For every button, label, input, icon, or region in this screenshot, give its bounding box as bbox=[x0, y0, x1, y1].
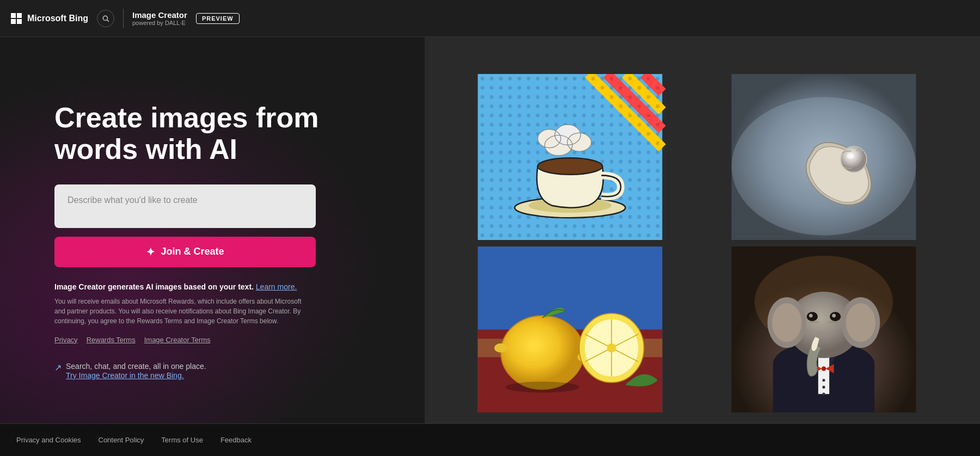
product-sub: powered by DALL·E bbox=[132, 20, 187, 26]
privacy-link[interactable]: Privacy bbox=[54, 336, 78, 344]
svg-point-51 bbox=[772, 303, 801, 342]
rewards-terms-link[interactable]: Rewards Terms bbox=[87, 336, 136, 344]
feedback-link[interactable]: Feedback bbox=[220, 436, 252, 444]
terms-of-use-link[interactable]: Terms of Use bbox=[161, 436, 203, 444]
info-text: Image Creator generates AI images based … bbox=[54, 282, 316, 291]
image-creator-terms-link[interactable]: Image Creator Terms bbox=[144, 336, 211, 344]
svg-point-47 bbox=[822, 386, 825, 389]
main-content: Create images from words with AI ✦ Join … bbox=[0, 37, 980, 423]
svg-point-41 bbox=[505, 381, 579, 392]
new-bing-promo: ↗ Search, chat, and create, all in one p… bbox=[54, 361, 392, 380]
svg-point-40 bbox=[607, 343, 616, 353]
new-bing-icon: ↗ bbox=[54, 362, 62, 373]
image-card-elephant bbox=[700, 247, 947, 412]
privacy-cookies-link[interactable]: Privacy and Cookies bbox=[16, 436, 81, 444]
wand-icon: ✦ bbox=[146, 245, 155, 258]
image-gallery bbox=[425, 37, 980, 423]
logo-area: Microsoft Bing bbox=[11, 13, 88, 24]
prompt-input[interactable] bbox=[68, 195, 303, 205]
svg-point-45 bbox=[822, 366, 826, 371]
create-button-label: Join & Create bbox=[161, 246, 224, 257]
svg-line-1 bbox=[107, 20, 109, 21]
svg-point-53 bbox=[846, 303, 875, 342]
svg-point-26 bbox=[847, 153, 854, 159]
image-card-lemon bbox=[446, 247, 694, 412]
svg-point-32 bbox=[494, 343, 507, 353]
svg-point-56 bbox=[809, 314, 813, 318]
image-card-coffee bbox=[446, 74, 694, 240]
search-button[interactable] bbox=[97, 10, 114, 27]
svg-point-48 bbox=[822, 393, 825, 396]
info-strong: Image Creator generates AI images based … bbox=[54, 282, 254, 291]
svg-point-46 bbox=[822, 379, 825, 381]
svg-point-57 bbox=[832, 314, 836, 318]
create-button[interactable]: ✦ Join & Create bbox=[54, 237, 316, 267]
svg-point-0 bbox=[103, 16, 107, 20]
footer: Privacy and Cookies Content Policy Terms… bbox=[0, 423, 980, 456]
terms-links: Privacy Rewards Terms Image Creator Term… bbox=[54, 336, 392, 344]
preview-badge: PREVIEW bbox=[196, 13, 240, 24]
header-divider bbox=[123, 9, 124, 28]
brand-name: Microsoft Bing bbox=[27, 14, 88, 23]
product-name: Image Creator bbox=[132, 10, 187, 20]
left-panel: Create images from words with AI ✦ Join … bbox=[0, 37, 425, 423]
product-info: Image Creator powered by DALL·E bbox=[132, 10, 187, 26]
promo-link[interactable]: Try Image Creator in the new Bing. bbox=[66, 371, 206, 380]
learn-more-link[interactable]: Learn more. bbox=[256, 282, 297, 291]
windows-icon bbox=[11, 13, 22, 24]
content-policy-link[interactable]: Content Policy bbox=[99, 436, 144, 444]
promo-text: Search, chat, and create, all in one pla… bbox=[66, 362, 206, 371]
disclaimer-text: You will receive emails about Microsoft … bbox=[54, 297, 305, 326]
hero-title: Create images from words with AI bbox=[54, 102, 392, 164]
prompt-input-container bbox=[54, 184, 316, 228]
image-card-ring bbox=[700, 74, 947, 240]
header: Microsoft Bing Image Creator powered by … bbox=[0, 0, 980, 37]
